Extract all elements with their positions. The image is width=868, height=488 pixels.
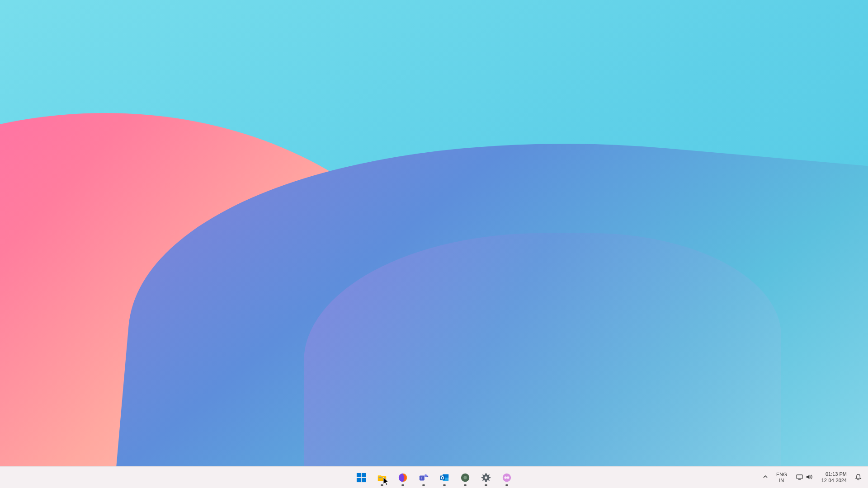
date-label: 12-04-2024 <box>821 478 847 483</box>
svg-rect-0 <box>357 473 361 477</box>
svg-point-19 <box>507 476 509 479</box>
svg-rect-1 <box>362 473 366 477</box>
svg-point-9 <box>426 475 428 477</box>
svg-point-16 <box>485 476 487 479</box>
svg-rect-3 <box>362 478 366 482</box>
settings-button[interactable] <box>477 469 495 487</box>
clock-button[interactable]: 01:13 PM 12-04-2024 <box>818 469 850 487</box>
taskbar-pinned-apps: T <box>352 467 516 488</box>
language-region: IN <box>779 478 784 483</box>
gear-icon <box>481 472 491 483</box>
system-tray: ENG IN 01:13 PM 12-04-2024 <box>760 467 864 488</box>
folder-icon <box>377 472 387 483</box>
firefox-icon <box>397 472 408 483</box>
file-explorer-button[interactable] <box>373 469 391 487</box>
svg-text:T: T <box>421 476 423 480</box>
taskbar: T <box>0 466 868 488</box>
firefox-button[interactable] <box>394 469 412 487</box>
bell-icon <box>855 474 862 482</box>
volume-icon <box>806 474 812 482</box>
quick-settings-button[interactable] <box>793 469 816 487</box>
svg-rect-2 <box>357 478 361 482</box>
chevron-up-icon <box>763 474 768 481</box>
app-green-button[interactable] <box>456 469 474 487</box>
circle-purple-icon <box>501 472 512 483</box>
show-hidden-icons-button[interactable] <box>760 469 771 487</box>
circle-app-icon <box>460 472 471 483</box>
teams-icon: T <box>418 472 429 483</box>
desktop-wallpaper[interactable] <box>0 0 868 466</box>
language-switcher[interactable]: ENG IN <box>773 469 791 487</box>
windows-icon <box>356 472 367 483</box>
outlook-icon <box>439 472 450 483</box>
outlook-button[interactable] <box>435 469 453 487</box>
language-code: ENG <box>776 472 787 477</box>
time-label: 01:13 PM <box>826 471 847 477</box>
svg-rect-20 <box>797 474 802 478</box>
app-purple-button[interactable] <box>498 469 516 487</box>
svg-point-18 <box>505 476 507 479</box>
start-button[interactable] <box>352 469 370 487</box>
notifications-button[interactable] <box>852 469 864 487</box>
teams-button[interactable]: T <box>415 469 433 487</box>
svg-rect-21 <box>798 479 801 479</box>
svg-rect-4 <box>379 477 382 478</box>
network-icon <box>796 474 803 482</box>
svg-point-15 <box>463 476 467 479</box>
